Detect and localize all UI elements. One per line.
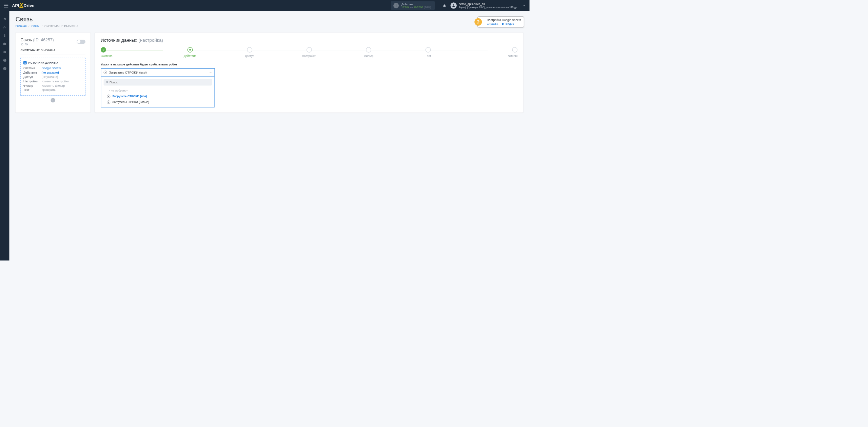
source-system-link[interactable]: Google Sheets bbox=[42, 66, 61, 70]
search-icon bbox=[106, 81, 109, 84]
stepper: Система Действие Доступ Настройки Фильтр… bbox=[101, 47, 517, 58]
sidebar-video-icon[interactable] bbox=[0, 48, 9, 56]
question-icon[interactable]: ? bbox=[474, 18, 482, 26]
source-test-link[interactable]: проверить bbox=[42, 88, 56, 92]
bell-icon[interactable] bbox=[442, 4, 446, 7]
svg-point-13 bbox=[106, 81, 108, 83]
action-field-label: Укажите на какое действие будет срабатыв… bbox=[101, 63, 517, 66]
step-test[interactable]: Тест bbox=[398, 47, 458, 58]
data-source-box: 1 ИСТОЧНИК ДАННЫХ СистемаGoogle Sheets Д… bbox=[20, 58, 85, 96]
play-icon bbox=[107, 95, 110, 98]
sidebar-profile-icon[interactable] bbox=[0, 56, 9, 64]
source-access-value: (не указано) bbox=[42, 75, 58, 79]
sidebar-help-icon[interactable]: ? bbox=[0, 64, 9, 73]
actions-total: 100'000 bbox=[414, 5, 423, 8]
help-ref-link[interactable]: Справка bbox=[487, 22, 498, 25]
chevron-down-icon bbox=[523, 4, 526, 7]
source-filter-link[interactable]: изменить фильтр bbox=[42, 84, 65, 87]
help-video-link[interactable]: Видео bbox=[501, 22, 514, 25]
dropdown-selected-value: Загрузить СТРОКИ (все) bbox=[109, 70, 146, 74]
logo[interactable]: APIXDrive bbox=[12, 3, 34, 8]
action-dropdown[interactable]: Загрузить СТРОКИ (все) bbox=[101, 68, 215, 76]
svg-rect-12 bbox=[21, 43, 23, 45]
sidebar-home-icon[interactable] bbox=[0, 15, 9, 23]
option-load-all[interactable]: Загрузить СТРОКИ (все) bbox=[104, 94, 212, 99]
connection-summary-card: Связь (ID: 46257) СИСТЕМА НЕ ВЫБРАНА bbox=[16, 33, 91, 112]
actions-counter[interactable]: i Действия: 18'104 из 100'000 (18%) bbox=[391, 1, 435, 10]
step-settings[interactable]: Настройки bbox=[279, 47, 339, 58]
sidebar-billing-icon[interactable] bbox=[0, 32, 9, 40]
step-finish[interactable]: Финиш bbox=[458, 47, 518, 58]
breadcrumb-home[interactable]: Главная bbox=[16, 24, 27, 28]
user-avatar-icon bbox=[450, 2, 456, 8]
card-id: (ID: 46257) bbox=[33, 38, 54, 42]
card-title: Связь bbox=[20, 38, 32, 42]
page-title: Связь bbox=[16, 16, 78, 23]
user-tariff: Тариф |Премиум PRO| до оплаты осталось 1… bbox=[459, 6, 517, 9]
source-action-link[interactable]: (не указано) bbox=[42, 71, 59, 74]
user-name: demo_apix-drive_s3 bbox=[459, 2, 517, 6]
help-box: ? Настройка Google Sheets Справка Видео bbox=[477, 17, 524, 27]
breadcrumb: Главная / Связи / СИСТЕМА НЕ ВЫБРАНА bbox=[16, 24, 78, 28]
option-none[interactable]: - не выбрано - bbox=[104, 88, 212, 94]
source-settings-link[interactable]: изменить настройки bbox=[42, 80, 69, 83]
actions-label: Действия: bbox=[401, 2, 431, 5]
option-load-new[interactable]: Загрузить СТРОКИ (новые) bbox=[104, 99, 212, 105]
menu-icon[interactable] bbox=[4, 4, 8, 7]
sidebar-briefcase-icon[interactable] bbox=[0, 40, 9, 48]
card-subtitle: СИСТЕМА НЕ ВЫБРАНА bbox=[20, 48, 85, 52]
step-access[interactable]: Доступ bbox=[220, 47, 279, 58]
svg-text:?: ? bbox=[4, 67, 5, 70]
add-step-button[interactable]: + bbox=[51, 98, 55, 102]
actions-count: 18'104 bbox=[401, 5, 410, 8]
right-title: Источник данных (настройка) bbox=[101, 38, 517, 43]
step-system[interactable]: Система bbox=[101, 47, 160, 58]
action-config-card: Источник данных (настройка) Система Дейс… bbox=[95, 33, 523, 112]
search-input[interactable] bbox=[110, 81, 210, 84]
enable-toggle[interactable] bbox=[77, 40, 85, 44]
source-head: 1 ИСТОЧНИК ДАННЫХ bbox=[23, 61, 82, 65]
svg-marker-11 bbox=[504, 23, 504, 25]
help-title: Настройка Google Sheets bbox=[487, 18, 521, 22]
svg-point-0 bbox=[453, 4, 454, 6]
step-filter[interactable]: Фильтр bbox=[339, 47, 398, 58]
breadcrumb-links[interactable]: Связи bbox=[32, 24, 40, 28]
gear-icon[interactable] bbox=[25, 42, 28, 46]
sidebar-connections-icon[interactable] bbox=[0, 23, 9, 31]
svg-point-1 bbox=[4, 26, 5, 26]
svg-line-14 bbox=[107, 83, 108, 83]
user-menu[interactable]: demo_apix-drive_s3 Тариф |Премиум PRO| д… bbox=[450, 2, 526, 8]
breadcrumb-current: СИСТЕМА НЕ ВЫБРАНА bbox=[44, 24, 78, 28]
svg-point-7 bbox=[4, 59, 5, 60]
svg-rect-10 bbox=[502, 23, 504, 25]
play-icon bbox=[104, 71, 107, 74]
step-action[interactable]: Действие bbox=[160, 47, 220, 58]
chevron-up-icon bbox=[209, 71, 212, 74]
info-icon: i bbox=[394, 3, 399, 8]
dropdown-search bbox=[104, 79, 212, 86]
source-number-badge: 1 bbox=[23, 61, 27, 65]
app-header: APIXDrive i Действия: 18'104 из 100'000 … bbox=[0, 0, 530, 11]
play-icon bbox=[107, 100, 110, 104]
copy-icon[interactable] bbox=[20, 42, 23, 45]
dropdown-panel: - не выбрано - Загрузить СТРОКИ (все) За… bbox=[101, 77, 215, 108]
sidebar: ? bbox=[0, 11, 9, 261]
